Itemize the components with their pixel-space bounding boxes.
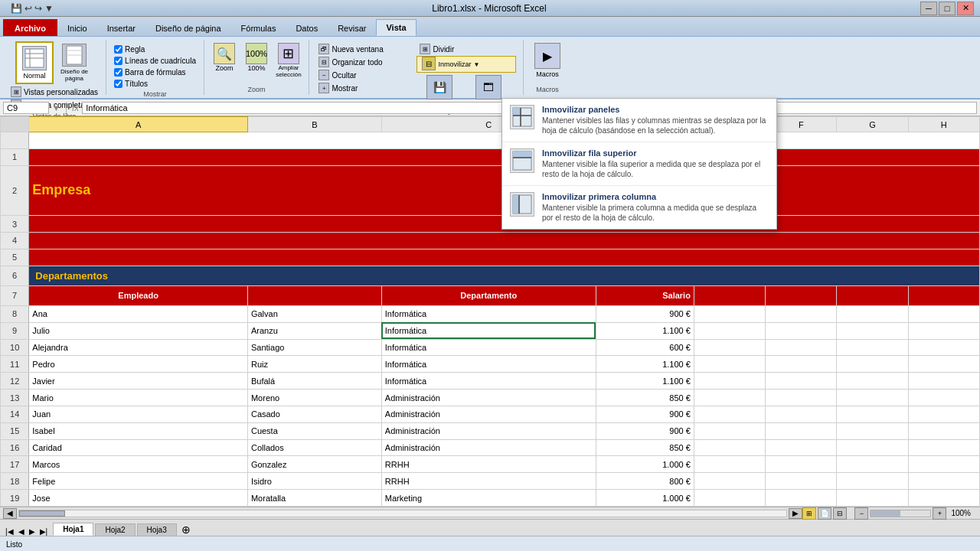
- redo-btn[interactable]: ↪: [34, 3, 42, 14]
- cell-A13[interactable]: Mario: [29, 390, 248, 406]
- undo-btn[interactable]: ↩: [24, 3, 32, 14]
- horizontal-scrollbar[interactable]: ◀ ▶ ⊞ 📄 ⊟ − + 100%: [0, 507, 980, 519]
- quick-access-toolbar[interactable]: 💾 ↩ ↪ ▼: [6, 3, 58, 14]
- zoom-100-btn[interactable]: 100% 100%: [241, 41, 272, 84]
- zoom-slider[interactable]: [870, 510, 931, 517]
- barra-formulas-checkbox[interactable]: [114, 68, 122, 77]
- macros-btn[interactable]: ▶ Macros: [528, 41, 567, 84]
- regla-check[interactable]: Regla: [111, 44, 188, 54]
- cell-D12[interactable]: 1.100 €: [596, 373, 694, 390]
- cell-B8[interactable]: Galvan: [247, 306, 381, 323]
- inmovilizar-btn[interactable]: ⊟ Inmovilizar ▼: [416, 56, 516, 73]
- regla-checkbox[interactable]: [114, 45, 122, 54]
- nueva-ventana-btn[interactable]: 🗗 Nueva ventana: [315, 43, 415, 55]
- zoom-btn[interactable]: 🔍 Zoom: [209, 41, 240, 84]
- cell-D19[interactable]: 1.000 €: [596, 490, 694, 507]
- insert-sheet-btn[interactable]: ⊕: [178, 523, 194, 536]
- cell-C16[interactable]: Administración: [381, 439, 596, 456]
- cell-A12[interactable]: Javier: [29, 373, 248, 390]
- dropdown-item-inmovilizar-columna[interactable]: Inmovilizar primera columna Mantener vis…: [502, 186, 776, 229]
- tab-datos[interactable]: Datos: [286, 19, 328, 36]
- customize-btn[interactable]: ▼: [44, 3, 54, 14]
- zoom-out-btn[interactable]: −: [854, 507, 868, 520]
- sheet-tab-hoja3[interactable]: Hoja3: [137, 523, 177, 536]
- dropdown-item-inmovilizar-paneles[interactable]: Inmovilizar paneles Mantener visibles la…: [502, 99, 776, 142]
- sheet-tab-nav[interactable]: |◀ ◀ ▶ ▶|: [3, 527, 50, 536]
- page-layout-mode-btn[interactable]: 📄: [818, 507, 831, 520]
- cell-C14[interactable]: Administración: [381, 406, 596, 422]
- cell-D15[interactable]: 900 €: [596, 422, 694, 439]
- cell-B16[interactable]: Collados: [247, 439, 381, 456]
- cell-A10[interactable]: Alejandra: [29, 339, 248, 356]
- col-header-B[interactable]: B: [247, 117, 381, 132]
- sheet-tab-hoja1[interactable]: Hoja1: [53, 523, 93, 536]
- cell-D10[interactable]: 600 €: [596, 339, 694, 356]
- titulos-check[interactable]: Títulos: [111, 79, 188, 89]
- cell-A16[interactable]: Caridad: [29, 439, 248, 456]
- cell-B19[interactable]: Moratalla: [247, 490, 381, 507]
- cell-B11[interactable]: Ruiz: [247, 356, 381, 373]
- cell-A9[interactable]: Julio: [29, 322, 248, 339]
- barra-formulas-check[interactable]: Barra de fórmulas: [111, 67, 188, 77]
- tab-inicio[interactable]: Inicio: [57, 19, 97, 36]
- sheet-nav-first[interactable]: |◀: [3, 527, 16, 536]
- zoom-in-btn[interactable]: +: [933, 507, 946, 520]
- cell-D18[interactable]: 800 €: [596, 473, 694, 490]
- cell-D16[interactable]: 850 €: [596, 439, 694, 456]
- cell-A18[interactable]: Felipe: [29, 473, 248, 490]
- cell-D13[interactable]: 850 €: [596, 390, 694, 406]
- cell-C9[interactable]: Informática: [381, 322, 596, 339]
- normal-view-btn[interactable]: Normal: [15, 41, 54, 84]
- tab-formulas[interactable]: Fórmulas: [231, 19, 286, 36]
- page-break-mode-btn[interactable]: ⊟: [833, 507, 847, 520]
- cell-B10[interactable]: Santiago: [247, 339, 381, 356]
- tab-insertar[interactable]: Insertar: [97, 19, 145, 36]
- tab-vista[interactable]: Vista: [376, 19, 416, 36]
- sheet-nav-next[interactable]: ▶: [27, 527, 38, 536]
- cell-B18[interactable]: Isidro: [247, 473, 381, 490]
- cell-C10[interactable]: Informática: [381, 339, 596, 356]
- dividir-btn[interactable]: ⊞ Dividir: [416, 43, 516, 55]
- cell-B17[interactable]: Gonzalez: [247, 456, 381, 473]
- cell-A8[interactable]: Ana: [29, 306, 248, 323]
- cell-C17[interactable]: RRHH: [381, 456, 596, 473]
- restore-btn[interactable]: □: [939, 2, 956, 15]
- tab-archivo[interactable]: Archivo: [3, 19, 57, 36]
- cell-B14[interactable]: Casado: [247, 406, 381, 422]
- normal-mode-btn[interactable]: ⊞: [802, 507, 816, 520]
- col-header-H[interactable]: H: [908, 117, 979, 132]
- close-btn[interactable]: ✕: [957, 2, 974, 15]
- scroll-right-btn[interactable]: ▶: [789, 508, 802, 519]
- cell-A17[interactable]: Marcos: [29, 456, 248, 473]
- cell-C11[interactable]: Informática: [381, 356, 596, 373]
- cell-A15[interactable]: Isabel: [29, 422, 248, 439]
- cell-A14[interactable]: Juan: [29, 406, 248, 422]
- cell-D9[interactable]: 1.100 €: [596, 322, 694, 339]
- lineas-cuadricula-checkbox[interactable]: [114, 57, 122, 65]
- cell-B15[interactable]: Cuesta: [247, 422, 381, 439]
- col-header-A[interactable]: A: [29, 117, 248, 132]
- sheet-nav-prev[interactable]: ◀: [16, 527, 27, 536]
- scroll-left-btn[interactable]: ◀: [3, 508, 17, 519]
- ampliar-btn[interactable]: ⊞ Ampliar selección: [273, 41, 304, 84]
- sheet-tab-hoja2[interactable]: Hoja2: [95, 523, 135, 536]
- cell-D8[interactable]: 900 €: [596, 306, 694, 323]
- cell-D17[interactable]: 1.000 €: [596, 456, 694, 473]
- cell-reference-input[interactable]: [3, 102, 49, 114]
- cell-D14[interactable]: 900 €: [596, 406, 694, 422]
- cell-B9[interactable]: Aranzu: [247, 322, 381, 339]
- col-header-G[interactable]: G: [837, 117, 908, 132]
- cell-A11[interactable]: Pedro: [29, 356, 248, 373]
- save-quick-btn[interactable]: 💾: [11, 3, 22, 14]
- cell-B12[interactable]: Bufalá: [247, 373, 381, 390]
- window-controls[interactable]: ─ □ ✕: [920, 2, 974, 15]
- cell-C18[interactable]: RRHH: [381, 473, 596, 490]
- titulos-checkbox[interactable]: [114, 80, 122, 88]
- tab-revisar[interactable]: Revisar: [328, 19, 376, 36]
- mostrar-btn[interactable]: + Mostrar: [315, 82, 415, 94]
- minimize-btn[interactable]: ─: [920, 2, 937, 15]
- organizar-todo-btn[interactable]: ⊟ Organizar todo: [315, 56, 415, 68]
- vistas-personalizadas-btn[interactable]: ⊞ Vistas personalizadas: [8, 86, 101, 98]
- cell-C8[interactable]: Informática: [381, 306, 596, 323]
- cell-C13[interactable]: Administración: [381, 390, 596, 406]
